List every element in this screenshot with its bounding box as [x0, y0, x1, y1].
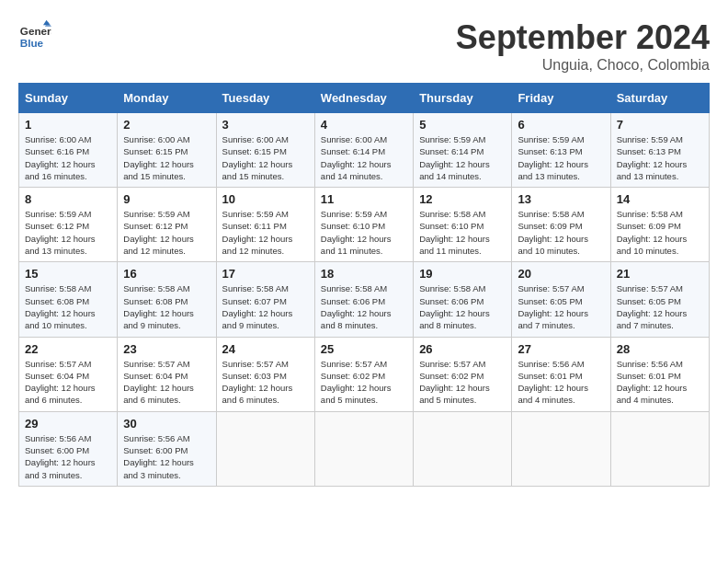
day-info: Sunrise: 5:57 AM Sunset: 6:02 PM Dayligh… [321, 358, 407, 407]
calendar-cell: 7Sunrise: 5:59 AM Sunset: 6:13 PM Daylig… [610, 113, 709, 188]
day-number: 17 [222, 267, 309, 281]
day-info: Sunrise: 5:58 AM Sunset: 6:06 PM Dayligh… [419, 282, 506, 331]
weekday-header-monday: Monday [118, 84, 216, 113]
calendar-cell: 13Sunrise: 5:58 AM Sunset: 6:09 PM Dayli… [512, 188, 610, 262]
calendar-cell: 17Sunrise: 5:58 AM Sunset: 6:07 PM Dayli… [216, 262, 314, 337]
month-title: September 2024 [456, 18, 710, 57]
day-number: 9 [123, 192, 210, 206]
weekday-header-sunday: Sunday [19, 84, 118, 113]
day-info: Sunrise: 5:57 AM Sunset: 6:02 PM Dayligh… [419, 358, 506, 407]
calendar-cell: 25Sunrise: 5:57 AM Sunset: 6:02 PM Dayli… [314, 337, 413, 411]
calendar-table: SundayMondayTuesdayWednesdayThursdayFrid… [18, 83, 710, 487]
weekday-header-tuesday: Tuesday [216, 84, 314, 113]
day-number: 25 [321, 342, 407, 356]
day-info: Sunrise: 5:58 AM Sunset: 6:08 PM Dayligh… [25, 282, 111, 331]
calendar-cell: 4Sunrise: 6:00 AM Sunset: 6:14 PM Daylig… [314, 113, 413, 188]
day-info: Sunrise: 5:56 AM Sunset: 6:00 PM Dayligh… [25, 432, 111, 481]
day-info: Sunrise: 6:00 AM Sunset: 6:14 PM Dayligh… [321, 133, 407, 182]
day-info: Sunrise: 5:57 AM Sunset: 6:04 PM Dayligh… [25, 358, 111, 407]
day-number: 12 [419, 192, 506, 206]
day-info: Sunrise: 5:58 AM Sunset: 6:09 PM Dayligh… [617, 208, 703, 257]
day-info: Sunrise: 5:58 AM Sunset: 6:10 PM Dayligh… [419, 208, 506, 257]
weekday-header-thursday: Thursday [414, 84, 512, 113]
location-subtitle: Unguia, Choco, Colombia [456, 57, 710, 74]
calendar-body: 1Sunrise: 6:00 AM Sunset: 6:16 PM Daylig… [19, 113, 710, 487]
calendar-cell: 8Sunrise: 5:59 AM Sunset: 6:12 PM Daylig… [19, 188, 118, 262]
day-info: Sunrise: 5:58 AM Sunset: 6:08 PM Dayligh… [123, 282, 210, 331]
calendar-cell: 19Sunrise: 5:58 AM Sunset: 6:06 PM Dayli… [414, 262, 512, 337]
title-section: September 2024 Unguia, Choco, Colombia [456, 18, 710, 74]
header: General Blue September 2024 Unguia, Choc… [18, 18, 710, 74]
calendar-week-4: 22Sunrise: 5:57 AM Sunset: 6:04 PM Dayli… [19, 337, 710, 411]
calendar-week-5: 29Sunrise: 5:56 AM Sunset: 6:00 PM Dayli… [19, 411, 710, 486]
calendar-cell: 24Sunrise: 5:57 AM Sunset: 6:03 PM Dayli… [216, 337, 314, 411]
day-number: 14 [617, 192, 703, 206]
day-info: Sunrise: 5:57 AM Sunset: 6:05 PM Dayligh… [518, 282, 604, 331]
calendar-week-3: 15Sunrise: 5:58 AM Sunset: 6:08 PM Dayli… [19, 262, 710, 337]
weekday-header-row: SundayMondayTuesdayWednesdayThursdayFrid… [19, 84, 710, 113]
day-number: 6 [518, 118, 604, 132]
day-info: Sunrise: 6:00 AM Sunset: 6:15 PM Dayligh… [123, 133, 210, 182]
calendar-cell: 28Sunrise: 5:56 AM Sunset: 6:01 PM Dayli… [610, 337, 709, 411]
calendar-cell: 20Sunrise: 5:57 AM Sunset: 6:05 PM Dayli… [512, 262, 610, 337]
calendar-cell: 15Sunrise: 5:58 AM Sunset: 6:08 PM Dayli… [19, 262, 118, 337]
day-number: 27 [518, 342, 604, 356]
day-info: Sunrise: 6:00 AM Sunset: 6:15 PM Dayligh… [222, 133, 309, 182]
day-number: 8 [25, 192, 111, 206]
day-number: 5 [419, 118, 506, 132]
logo: General Blue [18, 18, 51, 52]
day-number: 13 [518, 192, 604, 206]
calendar-cell: 11Sunrise: 5:59 AM Sunset: 6:10 PM Dayli… [314, 188, 413, 262]
calendar-cell: 14Sunrise: 5:58 AM Sunset: 6:09 PM Dayli… [610, 188, 709, 262]
day-number: 1 [25, 118, 111, 132]
day-info: Sunrise: 5:57 AM Sunset: 6:04 PM Dayligh… [123, 358, 210, 407]
day-info: Sunrise: 5:59 AM Sunset: 6:13 PM Dayligh… [617, 133, 703, 182]
day-number: 15 [25, 267, 111, 281]
calendar-cell [314, 411, 413, 486]
day-info: Sunrise: 5:57 AM Sunset: 6:05 PM Dayligh… [617, 282, 703, 331]
day-info: Sunrise: 5:59 AM Sunset: 6:12 PM Dayligh… [123, 208, 210, 257]
logo-icon: General Blue [18, 18, 51, 52]
weekday-header-wednesday: Wednesday [314, 84, 413, 113]
day-number: 3 [222, 118, 309, 132]
calendar-cell: 26Sunrise: 5:57 AM Sunset: 6:02 PM Dayli… [414, 337, 512, 411]
day-info: Sunrise: 5:56 AM Sunset: 6:01 PM Dayligh… [518, 358, 604, 407]
calendar-week-2: 8Sunrise: 5:59 AM Sunset: 6:12 PM Daylig… [19, 188, 710, 262]
day-info: Sunrise: 5:57 AM Sunset: 6:03 PM Dayligh… [222, 358, 309, 407]
weekday-header-saturday: Saturday [610, 84, 709, 113]
calendar-cell: 16Sunrise: 5:58 AM Sunset: 6:08 PM Dayli… [118, 262, 216, 337]
day-info: Sunrise: 5:58 AM Sunset: 6:07 PM Dayligh… [222, 282, 309, 331]
calendar-cell [610, 411, 709, 486]
day-number: 24 [222, 342, 309, 356]
day-info: Sunrise: 5:58 AM Sunset: 6:09 PM Dayligh… [518, 208, 604, 257]
day-info: Sunrise: 5:56 AM Sunset: 6:01 PM Dayligh… [617, 358, 703, 407]
calendar-cell: 18Sunrise: 5:58 AM Sunset: 6:06 PM Dayli… [314, 262, 413, 337]
day-number: 7 [617, 118, 703, 132]
day-info: Sunrise: 5:59 AM Sunset: 6:10 PM Dayligh… [321, 208, 407, 257]
day-number: 30 [123, 417, 210, 431]
day-number: 21 [617, 267, 703, 281]
calendar-cell: 1Sunrise: 6:00 AM Sunset: 6:16 PM Daylig… [19, 113, 118, 188]
calendar-cell [414, 411, 512, 486]
day-number: 20 [518, 267, 604, 281]
day-info: Sunrise: 5:59 AM Sunset: 6:12 PM Dayligh… [25, 208, 111, 257]
weekday-header-friday: Friday [512, 84, 610, 113]
day-info: Sunrise: 5:59 AM Sunset: 6:14 PM Dayligh… [419, 133, 506, 182]
calendar-cell [512, 411, 610, 486]
day-number: 23 [123, 342, 210, 356]
day-info: Sunrise: 6:00 AM Sunset: 6:16 PM Dayligh… [25, 133, 111, 182]
calendar-cell: 23Sunrise: 5:57 AM Sunset: 6:04 PM Dayli… [118, 337, 216, 411]
day-number: 2 [123, 118, 210, 132]
calendar-cell: 2Sunrise: 6:00 AM Sunset: 6:15 PM Daylig… [118, 113, 216, 188]
day-info: Sunrise: 5:58 AM Sunset: 6:06 PM Dayligh… [321, 282, 407, 331]
calendar-cell: 21Sunrise: 5:57 AM Sunset: 6:05 PM Dayli… [610, 262, 709, 337]
calendar-week-1: 1Sunrise: 6:00 AM Sunset: 6:16 PM Daylig… [19, 113, 710, 188]
calendar-cell: 9Sunrise: 5:59 AM Sunset: 6:12 PM Daylig… [118, 188, 216, 262]
svg-text:Blue: Blue [20, 37, 44, 49]
day-number: 22 [25, 342, 111, 356]
calendar-cell: 27Sunrise: 5:56 AM Sunset: 6:01 PM Dayli… [512, 337, 610, 411]
day-info: Sunrise: 5:56 AM Sunset: 6:00 PM Dayligh… [123, 432, 210, 481]
day-number: 16 [123, 267, 210, 281]
day-number: 11 [321, 192, 407, 206]
calendar-cell: 22Sunrise: 5:57 AM Sunset: 6:04 PM Dayli… [19, 337, 118, 411]
